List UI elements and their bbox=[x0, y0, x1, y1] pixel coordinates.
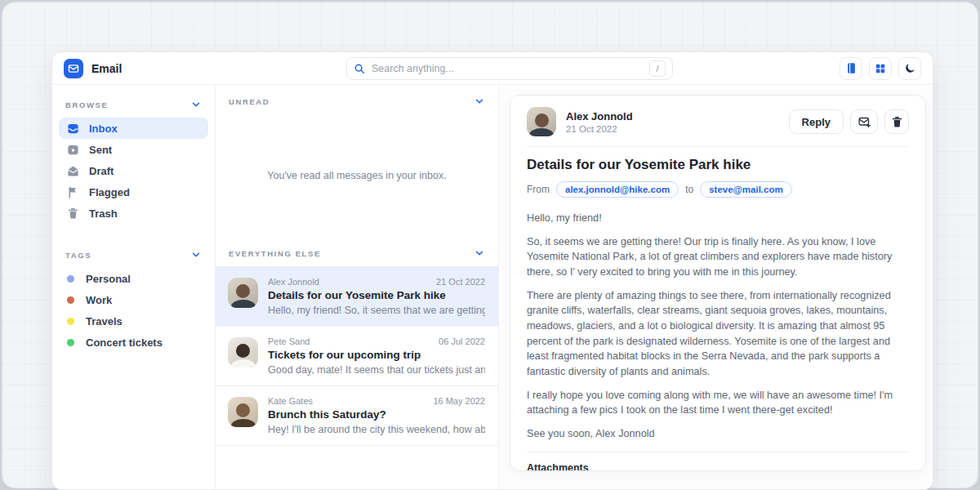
body-paragraph: Hello, my friend! bbox=[527, 211, 909, 226]
sidebar-item-trash[interactable]: Trash bbox=[59, 203, 208, 224]
body-paragraph: So, it seems we are getting there! Our t… bbox=[527, 234, 909, 280]
email-sender: Pete Sand bbox=[268, 336, 310, 346]
email-detail-card: Alex Jonnold 21 Oct 2022 Reply bbox=[510, 95, 926, 471]
sidebar-item-label: Draft bbox=[89, 165, 114, 177]
to-label: to bbox=[685, 184, 693, 195]
tag-item-work[interactable]: Work bbox=[59, 289, 208, 310]
from-label: From bbox=[527, 184, 550, 195]
sender-avatar bbox=[527, 107, 556, 136]
email-subject: Tickets for our upcoming trip bbox=[268, 349, 485, 361]
body-paragraph: See you soon, Alex Jonnold bbox=[527, 426, 909, 442]
tag-label: Travels bbox=[86, 315, 122, 327]
email-date: 16 May 2022 bbox=[433, 396, 485, 406]
email-date: 21 Oct 2022 bbox=[436, 277, 485, 287]
email-app-window: Email / bbox=[51, 51, 933, 490]
apps-grid-icon bbox=[875, 63, 886, 74]
detail-date: 21 Oct 2022 bbox=[566, 124, 633, 134]
forward-mail-button[interactable] bbox=[850, 109, 878, 134]
inbox-icon bbox=[67, 122, 79, 135]
email-subject: Brunch this Saturday? bbox=[268, 408, 485, 421]
sender-avatar bbox=[228, 278, 258, 308]
tag-color-dot bbox=[67, 275, 74, 283]
trash-icon bbox=[891, 116, 903, 128]
sidebar-item-label: Inbox bbox=[89, 122, 118, 135]
tags-section-title: TAGS bbox=[65, 251, 91, 260]
email-list: Alex Jonnold 21 Oct 2022 Details for our… bbox=[216, 266, 498, 446]
search-bar[interactable]: / bbox=[346, 57, 673, 80]
draft-icon bbox=[67, 165, 79, 177]
body-paragraph: I really hope you love coming along with… bbox=[527, 388, 909, 418]
email-subject: Details for our Yosemite Park hike bbox=[268, 289, 485, 301]
detail-from-to-row: From alex.jonnold@hike.com to steve@mail… bbox=[527, 181, 909, 198]
unread-section-header: UNREAD bbox=[216, 85, 498, 114]
everything-else-section-header: EVERYTHING ELSE bbox=[216, 237, 498, 266]
tag-label: Personal bbox=[86, 273, 131, 285]
chevron-down-icon[interactable] bbox=[474, 96, 485, 107]
dark-mode-button[interactable] bbox=[898, 57, 921, 80]
chevron-down-icon[interactable] bbox=[474, 247, 485, 259]
flag-icon bbox=[67, 186, 79, 198]
email-body: Hello, my friend! So, it seems we are ge… bbox=[527, 211, 909, 442]
unread-empty-message: You've read all messages in your inbox. bbox=[216, 114, 498, 237]
email-logo-icon bbox=[64, 59, 83, 78]
email-sender: Kate Gates bbox=[268, 396, 313, 406]
sidebar-item-sent[interactable]: Sent bbox=[59, 139, 208, 160]
tag-color-dot bbox=[67, 339, 74, 346]
sent-icon bbox=[67, 144, 79, 156]
sidebar-item-label: Trash bbox=[89, 207, 118, 220]
tag-item-personal[interactable]: Personal bbox=[59, 268, 208, 289]
app-header: Email / bbox=[52, 52, 933, 85]
sidebar-item-label: Flagged bbox=[89, 186, 130, 198]
everything-else-section-title: EVERYTHING ELSE bbox=[229, 249, 321, 258]
tag-item-concert-tickets[interactable]: Concert tickets bbox=[59, 332, 208, 353]
notebook-button[interactable] bbox=[840, 57, 862, 80]
app-main: BROWSE Inbox Sent bbox=[52, 85, 933, 489]
email-detail-column: Alex Jonnold 21 Oct 2022 Reply bbox=[499, 85, 933, 489]
apps-grid-button[interactable] bbox=[869, 57, 892, 80]
sidebar: BROWSE Inbox Sent bbox=[52, 85, 216, 489]
notebook-icon bbox=[845, 62, 858, 74]
divider bbox=[527, 146, 909, 147]
sidebar-item-inbox[interactable]: Inbox bbox=[59, 118, 208, 139]
detail-sender-name: Alex Jonnold bbox=[566, 110, 633, 122]
search-shortcut-badge: / bbox=[649, 60, 666, 77]
email-preview: Good day, mate! It seems that our ticket… bbox=[268, 364, 485, 376]
email-preview: Hello, my friend! So, it seems that we a… bbox=[268, 305, 485, 316]
chevron-down-icon[interactable] bbox=[190, 249, 202, 261]
email-sender: Alex Jonnold bbox=[268, 277, 319, 287]
tag-label: Work bbox=[86, 294, 112, 306]
search-icon bbox=[354, 63, 365, 74]
dark-mode-moon-icon bbox=[904, 62, 916, 74]
message-list-column: UNREAD You've read all messages in your … bbox=[216, 85, 499, 489]
reply-button[interactable]: Reply bbox=[789, 109, 844, 134]
sender-avatar bbox=[228, 397, 258, 427]
unread-section-title: UNREAD bbox=[229, 97, 270, 106]
tag-color-dot bbox=[67, 318, 74, 325]
detail-actions: Reply bbox=[789, 109, 909, 134]
email-list-item-pete[interactable]: Pete Sand 06 Jul 2022 Tickets for our up… bbox=[216, 327, 498, 386]
delete-email-button[interactable] bbox=[884, 109, 909, 134]
browse-section-header: BROWSE bbox=[52, 88, 215, 118]
email-list-item-kate[interactable]: Kate Gates 16 May 2022 Brunch this Satur… bbox=[216, 386, 498, 446]
email-preview: Hey! I'll be around the city this weeken… bbox=[268, 424, 485, 435]
tag-item-travels[interactable]: Travels bbox=[59, 310, 208, 332]
email-list-item-alex[interactable]: Alex Jonnold 21 Oct 2022 Details for our… bbox=[216, 267, 498, 327]
from-email-chip[interactable]: alex.jonnold@hike.com bbox=[556, 181, 679, 198]
attachments-label: Attachments bbox=[527, 462, 909, 471]
tag-color-dot bbox=[67, 296, 74, 304]
search-input[interactable] bbox=[372, 63, 649, 74]
to-email-chip[interactable]: steve@mail.com bbox=[700, 181, 791, 198]
browse-section-title: BROWSE bbox=[65, 100, 108, 109]
tags-section-header: TAGS bbox=[52, 238, 215, 268]
app-title: Email bbox=[91, 62, 122, 75]
tag-label: Concert tickets bbox=[86, 336, 163, 349]
header-actions bbox=[840, 57, 921, 80]
chevron-down-icon[interactable] bbox=[190, 99, 202, 110]
sidebar-item-draft[interactable]: Draft bbox=[59, 160, 208, 181]
divider bbox=[527, 452, 909, 452]
email-date: 06 Jul 2022 bbox=[439, 336, 485, 346]
sender-avatar bbox=[228, 337, 258, 368]
mail-plus-icon bbox=[858, 115, 871, 129]
trash-icon bbox=[67, 207, 79, 220]
sidebar-item-flagged[interactable]: Flagged bbox=[59, 181, 208, 203]
